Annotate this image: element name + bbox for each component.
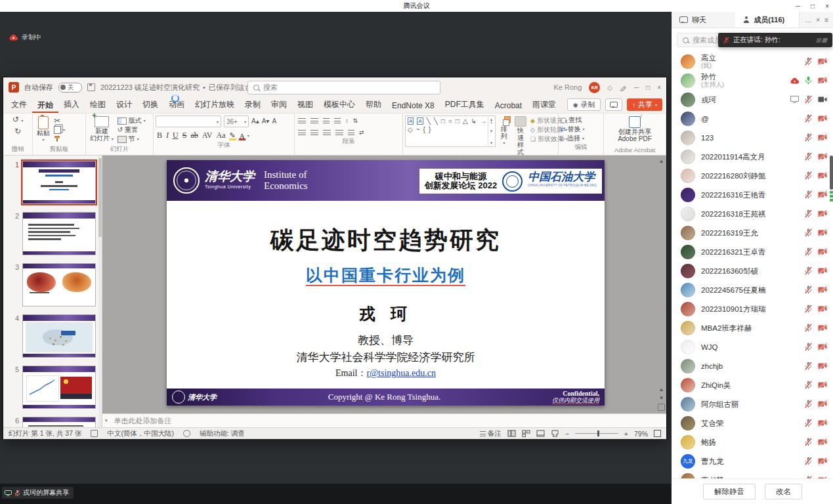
member-row[interactable]: 九龙曹九龙 — [672, 452, 833, 471]
ppt-close-icon[interactable]: × — [657, 84, 661, 91]
font-format-button-av[interactable]: AV — [201, 131, 214, 140]
slide-thumbnail-2[interactable]: 2 — [3, 212, 102, 255]
camera-off-icon[interactable] — [818, 400, 827, 408]
muted-mic-icon[interactable] — [805, 476, 812, 478]
muted-mic-icon[interactable] — [805, 133, 812, 142]
camera-off-icon[interactable] — [818, 343, 827, 350]
highlight-color-button[interactable]: ✎ — [228, 131, 237, 140]
muted-mic-icon[interactable] — [805, 228, 812, 237]
shape-icon[interactable]: { — [423, 126, 425, 133]
ppt-menu-tab-13[interactable]: 帮助 — [360, 97, 387, 113]
convert-smartart-icon[interactable]: ⇄ — [359, 129, 364, 136]
ppt-search-box[interactable]: 搜索 — [247, 81, 440, 94]
slideshow-view-icon[interactable] — [551, 430, 559, 437]
shape-icon[interactable]: ╲ — [427, 117, 431, 125]
member-row[interactable]: 艾合荣 — [672, 413, 833, 432]
active-mic-icon[interactable] — [805, 76, 812, 85]
record-button[interactable]: ◉ 录制 — [567, 98, 601, 111]
user-avatar[interactable]: KR — [589, 82, 600, 93]
muted-mic-icon[interactable] — [805, 209, 812, 218]
panel-menu-icon[interactable]: ≡ — [824, 16, 828, 24]
ppt-menu-tab-2[interactable]: 开始 — [32, 98, 58, 114]
clear-format-icon[interactable]: A — [272, 117, 276, 125]
member-row[interactable]: 2022216321王卓青 — [672, 242, 833, 261]
autosave-toggle[interactable]: 关 — [58, 83, 82, 93]
ppt-restore-icon[interactable]: □ — [646, 84, 650, 91]
prev-slide-icon[interactable]: ▲ — [659, 387, 664, 392]
shrink-font-icon[interactable]: A▾ — [262, 117, 270, 125]
notes-toggle[interactable]: 备注 — [488, 429, 502, 438]
paste-button[interactable]: 粘贴 ▾ — [35, 116, 52, 144]
copy-button[interactable]: ▾ — [54, 126, 65, 134]
muted-mic-icon[interactable] — [805, 304, 812, 313]
ppt-minimize-icon[interactable]: ─ — [634, 84, 639, 91]
bullets-icon[interactable] — [298, 118, 306, 124]
shape-icon[interactable]: → — [480, 117, 486, 125]
ppt-menu-tab-16[interactable]: Acrobat — [490, 99, 527, 113]
member-row[interactable]: 123 — [672, 128, 833, 147]
camera-off-icon[interactable] — [818, 267, 827, 274]
document-title[interactable]: 20221223 碳足迹时空演化研究 — [100, 83, 200, 93]
ppt-menu-tab-8[interactable]: 幻灯片放映 — [190, 97, 240, 113]
tab-chat[interactable]: 聊天 — [672, 12, 735, 28]
muted-mic-icon[interactable] — [805, 457, 812, 465]
current-slide[interactable]: 清华大学 Tsinghua University Institute of Ec… — [167, 160, 605, 406]
thumbnail-preview[interactable] — [22, 366, 96, 409]
font-color-button[interactable]: A — [238, 132, 246, 140]
muted-mic-icon[interactable] — [805, 381, 812, 389]
align-right-icon[interactable] — [323, 130, 331, 136]
slide-sorter-view-icon[interactable] — [522, 430, 530, 437]
camera-off-icon[interactable] — [818, 229, 827, 236]
grow-font-icon[interactable]: A▴ — [251, 117, 259, 125]
shape-icon[interactable]: ○ — [448, 117, 452, 125]
create-pdf-button[interactable]: 创建并共享 Adobe PDF — [616, 116, 654, 143]
muted-mic-icon[interactable] — [805, 419, 812, 427]
layout-button[interactable]: 版式▾ — [117, 117, 146, 125]
section-button[interactable]: 节▾ — [117, 135, 146, 143]
align-left-icon[interactable] — [298, 130, 306, 136]
slide-thumbnail-3[interactable]: 3 — [3, 263, 102, 306]
shape-gallery-scroll[interactable]: ▲▼▼ — [488, 117, 494, 146]
camera-off-icon[interactable] — [818, 362, 827, 369]
text-direction-icon[interactable]: ⇅ — [353, 117, 358, 125]
shape-icon[interactable]: ↳ — [471, 117, 477, 125]
muted-mic-icon[interactable] — [805, 114, 812, 123]
thumbnail-preview[interactable] — [22, 263, 96, 306]
muted-mic-icon[interactable] — [805, 324, 812, 332]
member-row[interactable]: 2022245675任夏楠 — [672, 280, 833, 299]
thumbnails-scrollbar[interactable] — [98, 156, 102, 427]
ppt-menu-tab-4[interactable]: 绘图 — [85, 97, 111, 113]
font-format-button-b[interactable]: B — [156, 131, 163, 140]
decrease-indent-icon[interactable] — [323, 118, 330, 124]
member-row[interactable]: 2022216316王艳青 — [672, 185, 833, 204]
muted-mic-icon[interactable] — [805, 285, 812, 294]
member-row[interactable]: @ — [672, 109, 833, 128]
member-row[interactable]: zhchjb — [672, 356, 833, 375]
language-status[interactable]: 中文(简体，中国大陆) — [107, 429, 174, 438]
camera-off-icon[interactable] — [818, 172, 827, 179]
member-list[interactable]: 高立(我)孙竹(主持人)戎珂@1232022011914高文月202221628… — [672, 52, 833, 478]
replace-button[interactable]: ⇄替换▾ — [561, 125, 601, 133]
font-size-select[interactable]: 36+▾ — [224, 116, 249, 127]
member-row[interactable]: ZhiQin吴 — [672, 375, 833, 394]
camera-off-icon[interactable] — [818, 134, 827, 141]
font-format-button-i[interactable]: I — [165, 131, 170, 140]
muted-mic-icon[interactable] — [805, 190, 812, 199]
camera-off-icon[interactable] — [818, 305, 827, 312]
undo-icon[interactable]: ↺ ▾ — [12, 116, 23, 125]
camera-off-icon[interactable] — [818, 438, 827, 446]
shape-icon[interactable]: □ — [456, 117, 459, 125]
accessibility-status[interactable]: 辅助功能: 调查 — [200, 429, 245, 438]
font-format-button-ab[interactable]: ab — [189, 131, 199, 140]
shape-icon[interactable]: A — [408, 117, 414, 125]
numbering-icon[interactable] — [310, 118, 318, 124]
increase-indent-icon[interactable] — [334, 118, 341, 124]
pen-icon[interactable] — [620, 84, 627, 91]
slide-thumbnail-1[interactable]: 1 — [3, 161, 102, 204]
shape-icon[interactable]: A — [417, 117, 423, 125]
align-center-icon[interactable] — [310, 130, 318, 136]
slide-thumbnail-5[interactable]: 5 — [3, 366, 102, 409]
next-slide-icon[interactable]: ▼ — [659, 395, 664, 401]
camera-off-icon[interactable] — [818, 419, 827, 427]
find-button[interactable]: 查找 — [561, 116, 601, 124]
